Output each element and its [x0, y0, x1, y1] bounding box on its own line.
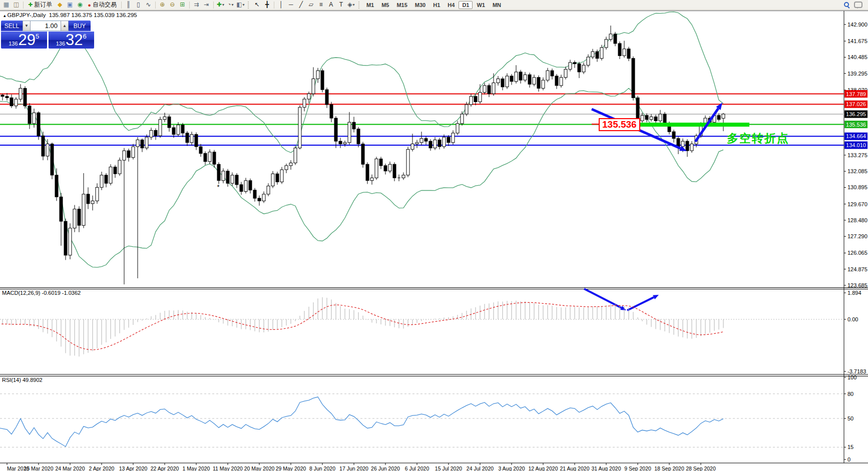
- zoom-out-icon[interactable]: ⊖: [168, 1, 177, 9]
- toolbar-separator: [121, 2, 122, 9]
- tile-windows-icon[interactable]: ⊞: [178, 1, 187, 9]
- timeframe-m1[interactable]: M1: [363, 1, 377, 9]
- add-indicator-icon[interactable]: ✚▾: [216, 1, 225, 9]
- svg-text:130.895: 130.895: [847, 184, 867, 190]
- crosshair-icon[interactable]: ╋: [262, 1, 272, 9]
- turning-point-note[interactable]: 多空转折点: [727, 131, 789, 146]
- rsi-line: [0, 397, 723, 446]
- svg-text:15 Mar 2020: 15 Mar 2020: [24, 465, 54, 471]
- bollinger-upper-band: [0, 12, 723, 153]
- signals-icon[interactable]: ◉: [75, 1, 85, 9]
- toolbar-grip[interactable]: [358, 2, 360, 9]
- new-chart-icon[interactable]: ▦: [2, 1, 11, 9]
- price-marker-label: 137.026: [846, 101, 866, 107]
- support-trendline[interactable]: [640, 123, 749, 127]
- triangle-up-icon: ▲: [63, 24, 67, 28]
- svg-text:124.875: 124.875: [847, 266, 867, 272]
- toolbar-separator: [274, 2, 274, 9]
- arrows-objects-icon[interactable]: ◈▾: [346, 1, 356, 9]
- sell-price-prefix: 136: [9, 41, 18, 47]
- chart-canvas[interactable]: *142.900141.675140.485139.295138.070133.…: [0, 0, 868, 471]
- timeframe-mn[interactable]: MN: [489, 1, 505, 9]
- candlestick-chart-icon[interactable]: ▯: [134, 1, 143, 9]
- timeframe-m5[interactable]: M5: [378, 1, 392, 9]
- period-clock-icon[interactable]: ◔▾: [226, 1, 235, 9]
- equidistant-channel-icon[interactable]: ▱: [306, 1, 316, 9]
- svg-text:129.670: 129.670: [847, 201, 867, 207]
- autotrading-icon: ●: [88, 2, 91, 8]
- new-order-icon: ✚: [28, 2, 33, 8]
- price-axis[interactable]: 142.900141.675140.485139.295138.070133.2…: [844, 22, 867, 462]
- chat-icon[interactable]: [854, 2, 862, 8]
- search-icon[interactable]: [843, 2, 850, 8]
- svg-text:13 Apr 2020: 13 Apr 2020: [119, 465, 148, 471]
- timeframe-h1[interactable]: H1: [429, 1, 444, 9]
- sell-price-button[interactable]: 136 29 5: [1, 32, 47, 49]
- svg-text:0: 0: [847, 456, 850, 462]
- buy-price-pip: 6: [83, 33, 87, 40]
- svg-text:139.295: 139.295: [847, 71, 867, 77]
- svg-text:15: 15: [847, 444, 853, 450]
- chart-shift-icon[interactable]: ⇥: [202, 1, 211, 9]
- horizontal-line-icon[interactable]: ─: [286, 1, 296, 9]
- toolbar-separator: [213, 2, 214, 9]
- svg-text:29 May 2020: 29 May 2020: [276, 465, 306, 471]
- autotrading-button[interactable]: ●自动交易: [85, 1, 119, 9]
- buy-price-button[interactable]: 136 32 6: [49, 32, 95, 49]
- support-line-dash: [592, 124, 599, 125]
- text-icon[interactable]: A: [326, 1, 336, 9]
- timeframe-w1[interactable]: W1: [473, 1, 489, 9]
- buy-price-prefix: 136: [56, 41, 65, 47]
- svg-text:24 Jul 2020: 24 Jul 2020: [467, 465, 494, 471]
- svg-text:12 Aug 2020: 12 Aug 2020: [529, 465, 558, 471]
- svg-text:140.485: 140.485: [847, 54, 867, 60]
- price-marker-label: 135.536: [846, 122, 866, 128]
- toolbar-separator: [189, 2, 190, 9]
- new-order-button[interactable]: ✚新订单: [26, 1, 55, 9]
- toolbar-grip[interactable]: [248, 2, 250, 9]
- timeframe-m30[interactable]: M30: [411, 1, 429, 9]
- buy-button[interactable]: BUY: [69, 21, 91, 31]
- bar-chart-icon[interactable]: ║: [124, 1, 133, 9]
- timeframe-h4[interactable]: H4: [444, 1, 458, 9]
- volume-increase-button[interactable]: ▲: [61, 21, 69, 31]
- svg-text:3 Aug 2020: 3 Aug 2020: [498, 465, 525, 471]
- expand-triangle-icon[interactable]: ▴: [4, 13, 6, 18]
- sell-button[interactable]: SELL: [1, 21, 23, 31]
- dropdown-caret-icon: ▾: [243, 1, 245, 9]
- support-price-label[interactable]: 135.536: [599, 118, 640, 131]
- templates-icon[interactable]: ◧▾: [236, 1, 245, 9]
- metaeditor-icon[interactable]: ▣: [65, 1, 75, 9]
- timeframe-m15[interactable]: M15: [393, 1, 410, 9]
- macd-pane: [0, 297, 844, 356]
- svg-text:1 May 2020: 1 May 2020: [183, 465, 210, 471]
- cursor-icon[interactable]: ↖: [252, 1, 262, 9]
- toolbar-separator: [23, 2, 24, 9]
- terminal-box-icon[interactable]: ◆: [55, 1, 65, 9]
- svg-text:21 Aug 2020: 21 Aug 2020: [560, 465, 590, 471]
- svg-text:22 Apr 2020: 22 Apr 2020: [151, 465, 179, 471]
- svg-text:28 Sep 2020: 28 Sep 2020: [686, 465, 716, 471]
- profiles-icon[interactable]: ◫: [12, 1, 21, 9]
- volume-decrease-button[interactable]: ▼: [23, 21, 31, 31]
- svg-text:128.480: 128.480: [847, 217, 867, 223]
- trend-arrows[interactable]: [584, 103, 722, 310]
- svg-text:11 May 2020: 11 May 2020: [213, 465, 243, 471]
- autoscroll-icon[interactable]: ⇉: [192, 1, 201, 9]
- vertical-line-icon[interactable]: │: [276, 1, 286, 9]
- chart-title: ▴GBPJPY-,Daily 135.987 136.375 135.039 1…: [4, 12, 137, 18]
- svg-text:18 Sep 2020: 18 Sep 2020: [654, 465, 684, 471]
- svg-text:15 Jul 2020: 15 Jul 2020: [435, 465, 462, 471]
- text-label-icon[interactable]: T: [336, 1, 346, 9]
- candles: [0, 26, 725, 284]
- triangle-down-icon: ▼: [25, 24, 29, 28]
- svg-text:141.675: 141.675: [847, 38, 867, 44]
- date-axis[interactable]: Mar 202015 Mar 202024 Mar 20202 Apr 2020…: [7, 463, 716, 471]
- line-chart-icon[interactable]: ∿: [144, 1, 153, 9]
- svg-text:20 May 2020: 20 May 2020: [244, 465, 275, 471]
- fibonacci-icon[interactable]: ≡: [316, 1, 326, 9]
- timeframe-d1[interactable]: D1: [459, 1, 473, 9]
- volume-input[interactable]: 1.00: [31, 21, 61, 31]
- trendline-icon[interactable]: ╱: [296, 1, 306, 9]
- zoom-in-icon[interactable]: ⊕: [158, 1, 167, 9]
